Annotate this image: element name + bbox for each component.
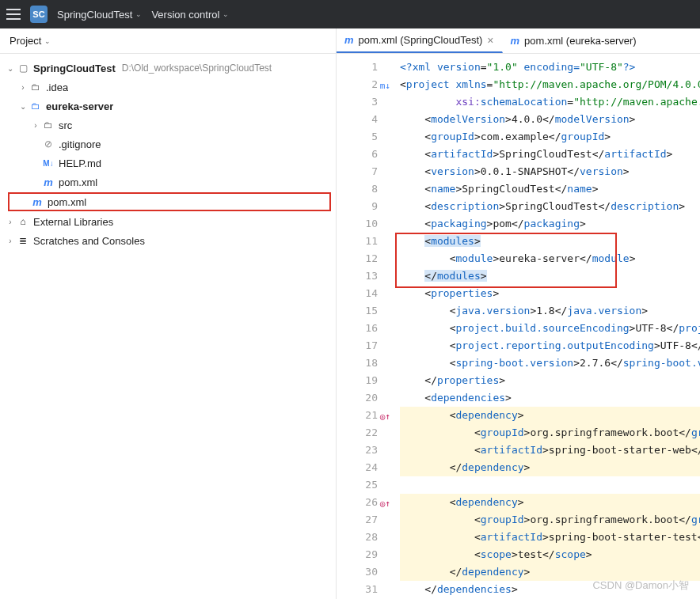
tree-item-helpmd[interactable]: M↓ HELP.md (0, 154, 336, 172)
line-number: 25 (337, 476, 378, 494)
line-number: 10 (337, 215, 378, 233)
tree-root[interactable]: ⌄ ▢ SpringCloudTest D:\Old_workspace\Spr… (0, 59, 336, 78)
editor: m pom.xml (SpringCloudTest) × m pom.xml … (337, 28, 700, 599)
line-number: 20 (337, 389, 378, 407)
line-number: 28 (337, 529, 378, 546)
code-line: <description>SpringCloudTest</descriptio… (400, 198, 700, 215)
tree-item-label: Scratches and Consoles (33, 235, 145, 247)
code-line: <properties> (400, 285, 700, 302)
project-tree: ⌄ ▢ SpringCloudTest D:\Old_workspace\Spr… (0, 54, 336, 255)
tree-item-external[interactable]: › ⌂ External Libraries (0, 212, 336, 231)
chevron-down-icon[interactable]: ⌄ (5, 64, 16, 73)
project-selector[interactable]: SpringCloudTest ⌄ (57, 9, 142, 21)
scratch-icon: ≣ (16, 235, 30, 246)
folder-icon: 🗀 (29, 82, 43, 93)
line-number: 18 (337, 354, 378, 372)
code-line: <modelVersion>4.0.0</modelVersion> (400, 111, 700, 128)
line-number: 3 (337, 93, 378, 111)
sidebar-title: Project (10, 35, 41, 47)
tree-root-label: SpringCloudTest (33, 63, 116, 74)
code-line: <project.reporting.outputEncoding>UTF-8<… (400, 337, 700, 354)
code-area[interactable]: 1 2m↓ 3 4 5 6 7 8 9 10 11 12 13 14 15 16… (337, 54, 700, 599)
topbar: SC SpringCloudTest ⌄ Version control ⌄ (0, 0, 700, 28)
chevron-down-icon[interactable]: ⌄ (17, 102, 29, 111)
code-content[interactable]: <?xml version="1.0" encoding="UTF-8"?> <… (384, 54, 700, 599)
line-number: 23 (337, 442, 378, 459)
tab-pom-eureka[interactable]: m pom.xml (eureka-server) (503, 28, 645, 53)
maven-icon: m (30, 196, 44, 208)
line-number: 22 (337, 424, 378, 442)
line-number: 5 (337, 128, 378, 146)
line-number: 17 (337, 337, 378, 354)
tree-item-pom-root[interactable]: m pom.xml (8, 192, 331, 211)
code-line: <project.build.sourceEncoding>UTF-8</pro… (400, 320, 700, 337)
line-number: 21◎↑ (337, 407, 378, 424)
code-line: <module>eureka-server</module> (400, 250, 700, 267)
code-line: <spring-boot.version>2.7.6</spring-boot.… (400, 354, 700, 372)
project-sidebar: Project ⌄ ⌄ ▢ SpringCloudTest D:\Old_wor… (0, 28, 337, 599)
tab-pom-root[interactable]: m pom.xml (SpringCloudTest) × (337, 28, 503, 53)
chevron-right-icon[interactable]: › (5, 218, 16, 226)
project-badge[interactable]: SC (30, 6, 48, 23)
code-line: xsi:schemaLocation="http://maven.apache.… (400, 93, 700, 111)
maven-icon: m (344, 34, 354, 46)
line-number: 2m↓ (337, 76, 378, 93)
tree-item-label: HELP.md (59, 157, 101, 169)
tree-item-eureka[interactable]: ⌄ 🗀 eureka-server (0, 97, 336, 116)
code-line: <modules> (400, 233, 700, 250)
code-line: </modules> (400, 267, 700, 285)
menu-icon[interactable] (6, 9, 21, 20)
tree-item-label: .gitignore (59, 138, 101, 150)
tree-item-idea[interactable]: › 🗀 .idea (0, 78, 336, 97)
line-number: 11 (337, 233, 378, 250)
chevron-right-icon[interactable]: › (17, 83, 29, 92)
tree-item-pom-child[interactable]: m pom.xml (0, 172, 336, 191)
vcs-selector[interactable]: Version control ⌄ (151, 9, 229, 21)
code-line: <groupId>org.springframework.boot</group… (400, 424, 700, 442)
tree-item-label: pom.xml (48, 196, 86, 208)
line-number: 9 (337, 198, 378, 215)
chevron-down-icon: ⌄ (44, 37, 51, 45)
close-icon[interactable]: × (487, 34, 493, 47)
line-number: 14 (337, 285, 378, 302)
code-line: <groupId>com.example</groupId> (400, 128, 700, 146)
line-number: 12 (337, 250, 378, 267)
line-number: 4 (337, 111, 378, 128)
sidebar-header[interactable]: Project ⌄ (0, 28, 336, 54)
line-number: 13 (337, 267, 378, 285)
tab-label: pom.xml (SpringCloudTest) (359, 34, 483, 46)
tree-root-path: D:\Old_workspace\SpringCloudTest (122, 63, 272, 74)
tree-item-src[interactable]: › 🗀 src (0, 116, 336, 135)
line-number: 30 (337, 563, 378, 581)
line-number: 16 (337, 320, 378, 337)
code-line: <java.version>1.8</java.version> (400, 302, 700, 320)
tree-item-gitignore[interactable]: ⊘ .gitignore (0, 135, 336, 154)
tab-label: pom.xml (eureka-server) (524, 35, 637, 47)
library-icon: ⌂ (16, 216, 30, 227)
line-number: 8 (337, 180, 378, 198)
code-line: <?xml version="1.0" encoding="UTF-8"?> (400, 59, 700, 76)
tree-item-label: src (59, 119, 72, 131)
line-number: 19 (337, 372, 378, 389)
line-number: 1 (337, 59, 378, 76)
chevron-right-icon[interactable]: › (5, 237, 16, 245)
folder-icon: ▢ (16, 63, 30, 74)
maven-icon: m (41, 176, 55, 188)
code-line: <project xmlns="http://maven.apache.org/… (400, 76, 700, 93)
line-number: 15 (337, 302, 378, 320)
line-number: 24 (337, 459, 378, 476)
code-line: <dependency> (400, 494, 700, 511)
tree-item-label: pom.xml (59, 176, 97, 188)
chevron-right-icon[interactable]: › (30, 121, 41, 130)
tree-item-scratches[interactable]: › ≣ Scratches and Consoles (0, 231, 336, 250)
watermark: CSDN @Damon小智 (592, 578, 689, 593)
code-line: <name>SpringCloudTest</name> (400, 180, 700, 198)
markdown-icon: M↓ (41, 159, 55, 168)
gutter: 1 2m↓ 3 4 5 6 7 8 9 10 11 12 13 14 15 16… (337, 54, 384, 599)
tree-item-label: eureka-server (46, 100, 113, 112)
code-line: <groupId>org.springframework.boot</group… (400, 511, 700, 529)
maven-icon: m (511, 35, 520, 47)
code-line: <packaging>pom</packaging> (400, 215, 700, 233)
file-ignore-icon: ⊘ (41, 138, 55, 150)
code-line: <scope>test</scope> (400, 546, 700, 563)
